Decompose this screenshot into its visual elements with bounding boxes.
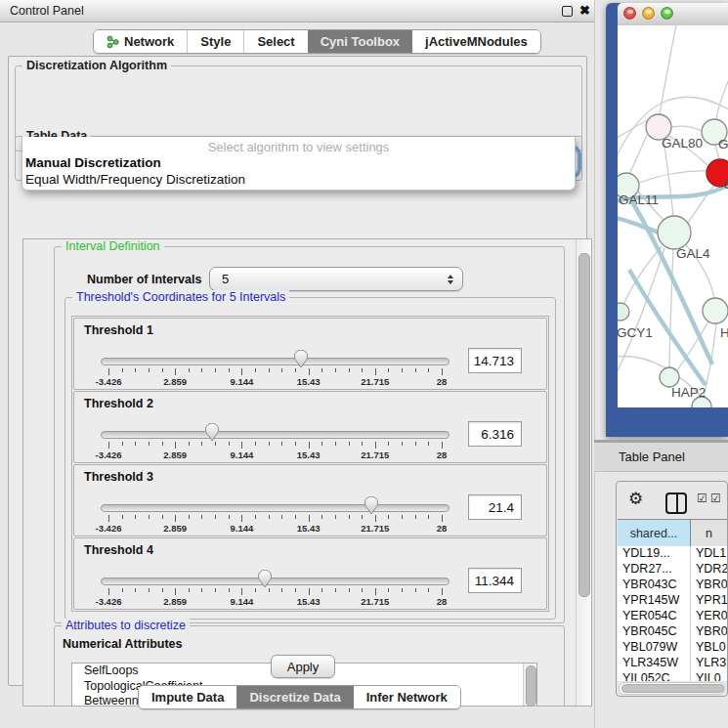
cell-shared-name[interactable]: YIL052C — [618, 671, 691, 681]
tab-impute-data[interactable]: Impute Data — [139, 686, 236, 708]
tick-mark — [321, 442, 322, 446]
slider-track[interactable] — [101, 504, 450, 512]
slider-thumb[interactable] — [204, 423, 220, 442]
close-traffic-light-icon[interactable] — [623, 7, 636, 20]
close-icon[interactable]: ✖ — [579, 3, 590, 18]
cell-shared-name[interactable]: YDR27... — [618, 562, 691, 578]
network-edge[interactable] — [671, 126, 702, 131]
cell-shared-name[interactable]: YBR043C — [618, 578, 691, 593]
tick-mark — [135, 588, 136, 592]
slider-track[interactable] — [101, 578, 450, 585]
tab-jactivemnodules[interactable]: jActiveMNodules — [412, 30, 540, 53]
network-node[interactable] — [658, 216, 691, 249]
list-scrollbar[interactable] — [523, 664, 536, 707]
checkbox-icon[interactable]: ☑ — [697, 492, 707, 505]
cell-name[interactable]: YBL0 — [691, 640, 727, 656]
slider-tick-labels: -3.4262.8599.14415.4321.71528 — [108, 523, 442, 534]
gear-icon[interactable]: ⚙ — [628, 489, 643, 509]
table-row[interactable]: YIL052CYIL0 — [618, 671, 727, 681]
threshold-value-field[interactable]: 11.344 — [468, 568, 522, 593]
network-node[interactable] — [618, 303, 629, 321]
slider-thumb[interactable] — [293, 350, 309, 368]
tick-mark — [295, 588, 296, 592]
pane-scrollbar[interactable] — [576, 239, 591, 706]
table-row[interactable]: YER054CYER0 — [618, 609, 727, 624]
tick-label: 28 — [437, 450, 448, 460]
tick-mark — [362, 368, 363, 372]
network-edge[interactable] — [629, 135, 647, 174]
table-row[interactable]: YPR145WYPR1 — [618, 593, 727, 609]
tab-style[interactable]: Style — [187, 30, 243, 53]
table-hscrollbar[interactable] — [619, 682, 725, 695]
tick-mark — [162, 442, 163, 446]
tab-select[interactable]: Select — [243, 30, 307, 53]
minimize-traffic-light-icon[interactable] — [642, 7, 655, 20]
network-edge[interactable] — [716, 79, 728, 120]
tick-mark — [428, 588, 429, 592]
slider-thumb[interactable] — [257, 570, 273, 588]
table-row[interactable]: YBR045CYBR0 — [618, 624, 727, 640]
network-edge[interactable] — [688, 184, 715, 223]
cell-shared-name[interactable]: YBL079W — [618, 640, 691, 656]
slider-track[interactable] — [101, 431, 450, 439]
checkbox-icon[interactable]: ☑ — [710, 492, 721, 505]
tick-mark — [415, 515, 416, 519]
threshold-slider[interactable]: -3.4262.8599.14415.4321.71528 — [101, 426, 450, 459]
table-row[interactable]: YDL19...YDL1 — [618, 546, 727, 562]
popup-item-equal-width-frequency[interactable]: Equal Width/Frequency Discretization — [25, 172, 245, 187]
tick-label: 21.715 — [361, 596, 389, 607]
table-row[interactable]: YBR043CYBR0 — [618, 578, 727, 593]
threshold-label: Threshold 1 — [84, 323, 153, 337]
network-window-titlebar[interactable] — [618, 3, 728, 26]
tab-discretize-data[interactable]: Discretize Data — [236, 686, 353, 708]
tick-mark — [241, 368, 242, 375]
slider-track[interactable] — [101, 358, 450, 365]
network-canvas[interactable]: GAL80GACGAL11GAL4GCY1HHAP2 — [618, 25, 728, 407]
network-view-frame[interactable]: GAL80GACGAL11GAL4GCY1HHAP2 — [606, 3, 728, 437]
cell-name[interactable]: YPR1 — [691, 593, 727, 609]
cell-name[interactable]: YIL0 — [691, 671, 727, 681]
pane-scrollbar-thumb[interactable] — [578, 253, 590, 597]
cell-shared-name[interactable]: YBR045C — [618, 624, 691, 640]
popup-item-manual-discretization[interactable]: Manual Discretization — [25, 155, 161, 170]
slider-thumb[interactable] — [364, 496, 379, 515]
network-edge[interactable] — [618, 119, 649, 143]
tab-infer-network[interactable]: Infer Network — [354, 686, 460, 708]
table-row[interactable]: YBL079WYBL0 — [618, 640, 727, 656]
tab-network[interactable]: Network — [94, 30, 187, 53]
column-layout-icon[interactable] — [665, 492, 687, 514]
threshold-value-field[interactable]: 21.4 — [468, 494, 522, 520]
list-scrollbar-thumb[interactable] — [526, 665, 536, 707]
cell-name[interactable]: YLR3 — [691, 656, 727, 671]
threshold-slider[interactable]: -3.4262.8599.14415.4321.71528 — [101, 573, 450, 606]
network-node[interactable] — [660, 367, 679, 387]
table-row[interactable]: YLR345WYLR3 — [618, 656, 727, 671]
cell-shared-name[interactable]: YPR145W — [618, 593, 691, 609]
column-header-name[interactable]: n — [691, 520, 727, 546]
cell-name[interactable]: YBR0 — [691, 624, 727, 640]
number-of-intervals-combo[interactable]: 5 — [209, 267, 463, 291]
threshold-value-field[interactable]: 6.316 — [468, 421, 522, 447]
column-header-shared[interactable]: shared... — [618, 520, 691, 546]
cell-name[interactable]: YDR2 — [691, 562, 727, 578]
tick-label: 21.715 — [361, 523, 389, 534]
cell-name[interactable]: YBR0 — [691, 578, 727, 593]
cell-name[interactable]: YDL1 — [691, 546, 727, 562]
apply-button[interactable]: Apply — [271, 655, 335, 678]
network-edge[interactable] — [639, 171, 707, 183]
table-hscrollbar-thumb[interactable] — [621, 684, 724, 693]
tab-cyni-toolbox[interactable]: Cyni Toolbox — [308, 30, 412, 53]
cell-shared-name[interactable]: YLR345W — [618, 656, 691, 671]
threshold-slider[interactable]: -3.4262.8599.14415.4321.71528 — [101, 353, 450, 386]
threshold-value-field[interactable]: 14.713 — [468, 348, 522, 373]
cell-name[interactable]: YER0 — [691, 609, 727, 624]
cell-shared-name[interactable]: YER054C — [618, 609, 691, 624]
network-node[interactable] — [703, 298, 728, 323]
network-edge[interactable] — [669, 249, 673, 367]
table-row[interactable]: YDR27...YDR2 — [618, 562, 727, 578]
zoom-traffic-light-icon[interactable] — [661, 7, 673, 20]
cell-shared-name[interactable]: YDL19... — [618, 546, 691, 562]
top-tabstrip: Network Style Select Cyni Toolbox jActiv… — [93, 29, 541, 54]
threshold-slider[interactable]: -3.4262.8599.14415.4321.71528 — [101, 499, 450, 533]
float-window-icon[interactable] — [562, 6, 573, 17]
